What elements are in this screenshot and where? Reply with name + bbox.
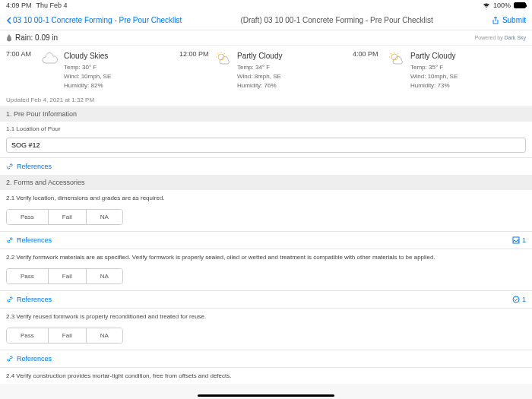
- weather-morning: 7:00 AM Cloudy Skies Temp: 30° F Wind: 1…: [6, 50, 179, 90]
- home-indicator[interactable]: [198, 394, 334, 397]
- field-1-1-label: 1.1 Location of Pour: [0, 122, 532, 136]
- location-input[interactable]: [6, 138, 526, 153]
- seg-2-3: Pass Fail NA: [6, 328, 123, 344]
- nav-bar: 03 10 00-1 Concrete Forming - Pre Pour C…: [0, 11, 532, 30]
- weather-temp: Temp: 30° F: [64, 63, 111, 72]
- weather-time: 12:00 PM: [179, 50, 210, 90]
- seg-2-2: Pass Fail NA: [6, 268, 123, 284]
- weather-temp: Temp: 34° F: [237, 63, 282, 72]
- status-bar: 4:09 PM Thu Feb 4 100%: [0, 0, 532, 11]
- updated-text: Updated Feb 4, 2021 at 1:32 PM: [0, 93, 532, 106]
- references-row[interactable]: References: [0, 350, 532, 367]
- rain-label: Rain: 0.09 in: [15, 33, 58, 42]
- weather-wind: Wind: 8mph, SE: [237, 72, 282, 81]
- darksky-link[interactable]: Dark Sky: [505, 35, 526, 40]
- na-button[interactable]: NA: [87, 269, 122, 283]
- references-label: References: [17, 296, 52, 303]
- weather-cond: Cloudy Skies: [64, 50, 111, 62]
- seg-2-1: Pass Fail NA: [6, 209, 123, 225]
- question-2-3: 2.3 Verify reused formwork is properly r…: [0, 309, 532, 325]
- references-label: References: [17, 236, 52, 244]
- ref-count: 1: [522, 236, 526, 244]
- na-button[interactable]: NA: [87, 210, 122, 224]
- weather-noon: 12:00 PM Partly Cloudy Temp: 34° F Wind:…: [179, 50, 353, 90]
- references-row[interactable]: References 1: [0, 291, 532, 308]
- share-icon: [492, 16, 499, 25]
- weather-cond: Partly Cloudy: [410, 50, 458, 62]
- wifi-icon: [483, 2, 490, 8]
- battery-pct: 100%: [493, 2, 511, 9]
- pass-button[interactable]: Pass: [7, 269, 49, 283]
- partly-cloudy-icon: [214, 50, 233, 68]
- ref-count: 1: [522, 296, 526, 303]
- chevron-left-icon: [6, 17, 11, 24]
- status-time: 4:09 PM: [6, 2, 32, 9]
- references-label: References: [17, 163, 52, 170]
- references-row[interactable]: References: [0, 158, 532, 175]
- pass-button[interactable]: Pass: [7, 328, 49, 343]
- partly-cloudy-icon: [388, 50, 406, 68]
- weather-time: 7:00 AM: [6, 50, 36, 90]
- weather-cond: Partly Cloudy: [237, 50, 282, 62]
- weather-time: 4:00 PM: [353, 50, 383, 90]
- weather-temp: Temp: 35° F: [410, 63, 458, 72]
- weather-wind: Wind: 10mph, SE: [64, 72, 111, 81]
- weather-afternoon: 4:00 PM Partly Cloudy Temp: 35° F Wind: …: [353, 50, 526, 90]
- check-circle-icon: [512, 296, 520, 303]
- link-icon: [6, 355, 14, 363]
- rain-bar: Rain: 0.09 in Powered by Dark Sky: [0, 30, 532, 46]
- references-row[interactable]: References 1: [0, 232, 532, 249]
- weather-hum: Humidity: 76%: [237, 81, 282, 90]
- weather-hum: Humidity: 82%: [64, 81, 111, 90]
- question-2-1: 2.1 Verify location, dimensions and grad…: [0, 190, 532, 206]
- back-label: 03 10 00-1 Concrete Forming - Pre Pour C…: [13, 16, 182, 24]
- submit-button[interactable]: Submit: [492, 16, 526, 25]
- link-icon: [6, 163, 14, 170]
- weather-hum: Humidity: 73%: [410, 81, 458, 90]
- question-2-4: 2.4 Verify construction provides mortar-…: [0, 368, 532, 384]
- section-1-header: 1. Pre Pour Information: [0, 106, 532, 122]
- page-title: (Draft) 03 10 00-1 Concrete Forming - Pr…: [182, 16, 492, 24]
- fail-button[interactable]: Fail: [49, 328, 87, 343]
- weather-wind: Wind: 10mph, SE: [410, 72, 458, 81]
- link-icon: [6, 296, 14, 303]
- image-icon: [512, 236, 520, 244]
- status-date: Thu Feb 4: [36, 2, 68, 9]
- weather-row: 7:00 AM Cloudy Skies Temp: 30° F Wind: 1…: [0, 46, 532, 93]
- link-icon: [6, 236, 14, 244]
- section-2-header: 2. Forms and Accessories: [0, 175, 532, 190]
- raindrop-icon: [6, 34, 12, 42]
- svg-point-3: [513, 296, 519, 302]
- na-button[interactable]: NA: [87, 328, 122, 343]
- fail-button[interactable]: Fail: [49, 269, 87, 283]
- submit-label: Submit: [502, 16, 526, 24]
- back-button[interactable]: 03 10 00-1 Concrete Forming - Pre Pour C…: [6, 16, 182, 24]
- battery-icon: [514, 2, 526, 8]
- powered-by: Powered by Dark Sky: [475, 35, 526, 40]
- pass-button[interactable]: Pass: [7, 210, 49, 224]
- cloud-icon: [41, 50, 59, 68]
- references-label: References: [17, 355, 52, 363]
- fail-button[interactable]: Fail: [49, 210, 87, 224]
- question-2-2: 2.2 Verify formwork materials are as spe…: [0, 249, 532, 265]
